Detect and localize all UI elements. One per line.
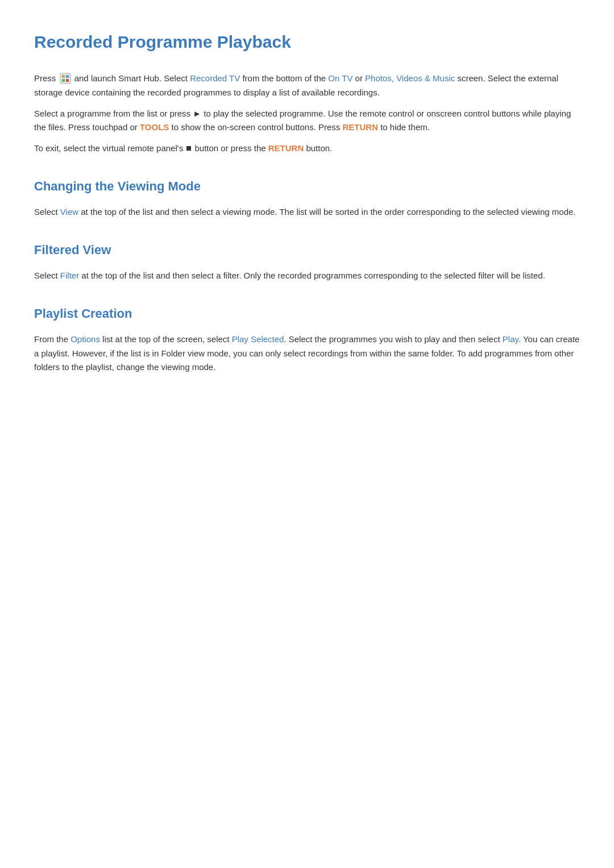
svg-rect-0 xyxy=(60,73,70,84)
viewing-mode-para-text: Select xyxy=(34,207,60,217)
play-selected-link[interactable]: Play Selected xyxy=(232,334,284,344)
square-bullet-icon xyxy=(186,146,191,151)
return-link-1[interactable]: RETURN xyxy=(343,122,379,132)
svg-rect-4 xyxy=(66,79,69,82)
viewing-mode-para: Select View at the top of the list and t… xyxy=(34,205,580,219)
on-tv-link[interactable]: On TV xyxy=(328,73,352,83)
playlist-from: From the xyxy=(34,334,70,344)
intro-para2-tail: to hide them. xyxy=(378,122,430,132)
tools-link[interactable]: TOOLS xyxy=(140,122,169,132)
intro-or: or xyxy=(352,73,365,83)
press-label: Press xyxy=(34,73,59,83)
intro-para3: To exit, select the virtual remote panel… xyxy=(34,142,580,156)
svg-rect-2 xyxy=(66,75,69,78)
viewing-mode-title: Changing the Viewing Mode xyxy=(34,176,580,196)
filtered-view-title: Filtered View xyxy=(34,240,580,260)
page-title: Recorded Programme Playback xyxy=(34,23,580,56)
intro-para3-end: button. xyxy=(304,143,332,153)
view-link[interactable]: View xyxy=(60,207,78,217)
intro-section: Press and launch Smart Hub. Select Recor… xyxy=(34,72,580,156)
filtered-view-para: Select Filter at the top of the list and… xyxy=(34,269,580,283)
recorded-tv-link[interactable]: Recorded TV xyxy=(190,73,240,83)
playlist-para: From the Options list at the top of the … xyxy=(34,333,580,375)
return-link-2[interactable]: RETURN xyxy=(268,143,304,153)
filtered-view-section: Filtered View Select Filter at the top o… xyxy=(34,240,580,283)
intro-para3-before: To exit, select the virtual remote panel… xyxy=(34,143,185,153)
intro-para1: Press and launch Smart Hub. Select Recor… xyxy=(34,72,580,100)
smart-hub-icon xyxy=(60,73,71,84)
svg-rect-3 xyxy=(62,79,65,82)
viewing-mode-section: Changing the Viewing Mode Select View at… xyxy=(34,176,580,219)
filtered-view-para-end: at the top of the list and then select a… xyxy=(79,271,545,280)
filtered-view-para-text: Select xyxy=(34,271,60,280)
playlist-section: Playlist Creation From the Options list … xyxy=(34,304,580,375)
svg-rect-1 xyxy=(62,75,65,78)
playlist-mid1: list at the top of the screen, select xyxy=(100,334,232,344)
intro-para2: Select a programme from the list or pres… xyxy=(34,107,580,135)
intro-para3-after: button or press the xyxy=(192,143,268,153)
intro-para2-end: to show the on-screen control buttons. P… xyxy=(169,122,342,132)
filter-link[interactable]: Filter xyxy=(60,271,79,280)
playlist-mid2: . Select the programmes you wish to play… xyxy=(284,334,502,344)
photos-videos-link[interactable]: Photos, Videos & Music xyxy=(365,73,455,83)
intro-from: from the bottom of the xyxy=(240,73,328,83)
options-link[interactable]: Options xyxy=(70,334,100,344)
playlist-title: Playlist Creation xyxy=(34,304,580,323)
intro-para1-text: and launch Smart Hub. Select xyxy=(74,73,190,83)
play-link[interactable]: Play xyxy=(503,334,518,344)
viewing-mode-para-end: at the top of the list and then select a… xyxy=(78,207,575,217)
